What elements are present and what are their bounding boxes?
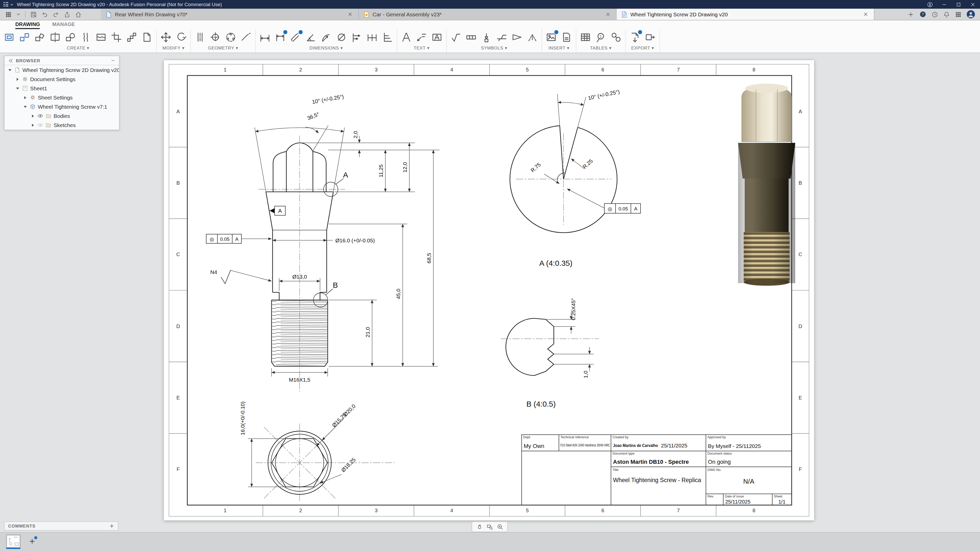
leader-text-icon[interactable] xyxy=(415,31,428,43)
redo-icon[interactable] xyxy=(52,11,59,17)
center-mark-icon[interactable] xyxy=(209,31,221,43)
table-icon[interactable] xyxy=(579,31,592,43)
modify-menu[interactable]: MODIFY▾ xyxy=(162,45,185,51)
job-status-icon[interactable] xyxy=(932,11,938,17)
browser-item-sheet-settings[interactable]: Sheet Settings xyxy=(5,93,119,102)
datum-flag-a[interactable]: A xyxy=(269,206,285,215)
date-of-issue-value[interactable]: 25/11/2025 xyxy=(725,499,751,505)
output-dwg-icon[interactable] xyxy=(644,31,656,43)
output-sheet-icon[interactable] xyxy=(629,31,641,43)
text-icon[interactable] xyxy=(400,31,412,43)
browser-item-sketches[interactable]: Sketches xyxy=(5,121,119,130)
caret-down-icon[interactable] xyxy=(23,104,27,109)
minimize-panel-icon[interactable] xyxy=(111,58,115,63)
sheet1-tab[interactable] xyxy=(6,535,21,549)
share-icon[interactable] xyxy=(64,11,70,17)
dim-chamfer[interactable]: 0.25X45° xyxy=(570,298,576,321)
tab-drawing[interactable]: DRAWING xyxy=(15,21,40,29)
center-mark-pattern-icon[interactable] xyxy=(224,31,237,43)
extensions-grid-icon[interactable] xyxy=(955,11,962,17)
document-tab-rear-wheel-rim[interactable]: Rear Wheel Rim Drawing v70* xyxy=(101,9,359,20)
dim-r-large[interactable]: R.75 xyxy=(530,162,542,173)
dim-head-height[interactable]: 12,0 xyxy=(402,162,408,173)
new-sheet-icon[interactable] xyxy=(141,31,153,43)
close-button[interactable] xyxy=(966,0,980,9)
title-value[interactable]: Wheel Tightening Screw - Replica xyxy=(613,477,701,483)
new-tab-icon[interactable] xyxy=(907,11,914,17)
exploded-view-icon[interactable] xyxy=(126,31,138,43)
browser-item-sheet1[interactable]: Sheet1 xyxy=(5,84,119,93)
eye-visible-icon[interactable] xyxy=(37,113,43,119)
notifications-bell-icon[interactable] xyxy=(943,11,950,17)
insert-dwg-icon[interactable] xyxy=(560,31,573,43)
section-view-icon[interactable] xyxy=(49,31,61,43)
avatar[interactable] xyxy=(967,10,975,18)
chevron-down-icon[interactable] xyxy=(10,2,14,6)
taper-symbol-icon[interactable] xyxy=(511,31,523,43)
close-tab-icon[interactable] xyxy=(605,11,611,18)
dim-shank-length[interactable]: 45,0 xyxy=(395,289,401,299)
dept-value[interactable]: My Own xyxy=(524,443,544,449)
move-view-icon[interactable] xyxy=(160,31,172,43)
radius-dimension-icon[interactable] xyxy=(320,31,332,43)
sheet-value[interactable]: 1/1 xyxy=(778,499,786,505)
dim-dia-seat[interactable]: Ø18,25 xyxy=(340,457,357,473)
home-icon[interactable] xyxy=(75,11,82,17)
dim-shaft-dia[interactable]: Ø16.0 (+0/-0.05) xyxy=(335,238,375,243)
detail-a-title[interactable]: A (4:0.35) xyxy=(539,259,573,267)
dim-thread-spec[interactable]: M16X1,5 xyxy=(289,377,310,383)
balloon-icon[interactable]: 1 xyxy=(595,31,607,43)
dim-neck-dia[interactable]: Ø13,0 xyxy=(292,274,307,279)
browser-item-component[interactable]: Wheel Tightening Screw v7:1 xyxy=(5,102,119,111)
aligned-dimension-icon[interactable] xyxy=(290,31,302,43)
detail-a-gdt[interactable]: ◎ 0.05 A xyxy=(605,203,641,213)
baseline-dimension-icon[interactable] xyxy=(351,31,363,43)
chevron-down-icon[interactable] xyxy=(16,12,21,16)
app-menu-icon[interactable] xyxy=(5,11,12,17)
base-view-icon[interactable] xyxy=(3,31,15,43)
close-tab-icon[interactable] xyxy=(862,11,869,18)
detail-b-title[interactable]: B (4:0.5) xyxy=(526,400,555,408)
maximize-button[interactable] xyxy=(951,0,966,9)
close-tab-icon[interactable] xyxy=(347,11,354,18)
dim-dia-outer[interactable]: Ø20,0 xyxy=(342,403,357,418)
undo-icon[interactable] xyxy=(41,11,48,17)
created-date-value[interactable]: 25/11/2025 xyxy=(661,443,687,448)
insert-menu[interactable]: INSERT▾ xyxy=(549,45,570,51)
caret-right-icon[interactable] xyxy=(30,114,35,118)
approved-by-value[interactable]: By Myself - 25/112025 xyxy=(708,443,761,449)
collapse-panel-icon[interactable] xyxy=(8,58,13,63)
caret-right-icon[interactable] xyxy=(23,95,27,100)
insert-image-icon[interactable] xyxy=(545,31,557,43)
dim-hex-height[interactable]: 11,25 xyxy=(378,165,384,178)
app-grid-icon[interactable] xyxy=(3,2,8,6)
zoom-window-icon[interactable] xyxy=(487,524,493,530)
datum-identifier-icon[interactable] xyxy=(480,31,493,43)
minimize-button[interactable] xyxy=(937,0,951,9)
dim-pitch[interactable]: 1,0 xyxy=(583,371,589,378)
dim-head-chamfer[interactable]: 36,5° xyxy=(306,111,320,121)
feature-control-frame-icon[interactable] xyxy=(465,31,477,43)
created-by-value[interactable]: Joao Martins de Carvalho xyxy=(613,443,658,448)
caret-down-icon[interactable] xyxy=(15,86,20,91)
export-menu[interactable]: EXPORT▾ xyxy=(631,45,654,51)
document-tab-wheel-tightening-screw[interactable]: Wheel Tightening Screw 2D Drawing v20 xyxy=(617,9,874,20)
document-tab-car-assembly[interactable]: Car - General Assembly v23* xyxy=(359,9,617,20)
renumber-balloons-icon[interactable] xyxy=(610,31,622,43)
dim-overall-length[interactable]: 68,5 xyxy=(426,253,432,264)
caret-down-icon[interactable] xyxy=(8,68,12,72)
chain-dimension-icon[interactable] xyxy=(366,31,378,43)
pan-icon[interactable] xyxy=(476,524,483,530)
text-menu[interactable]: TEXT▾ xyxy=(414,45,430,51)
edge-extension-icon[interactable] xyxy=(240,31,252,43)
document-status-value[interactable]: On going xyxy=(708,459,731,465)
gdt-frame[interactable]: ◎ 0.05 A xyxy=(206,234,242,243)
projected-view-icon[interactable] xyxy=(18,31,30,43)
title-block[interactable]: Dept. My Own Technical reference F10 Ste… xyxy=(522,435,792,505)
create-menu[interactable]: CREATE▾ xyxy=(67,45,89,51)
browser-item-document-settings[interactable]: Document Settings xyxy=(5,75,119,84)
detail-a-marker[interactable]: A xyxy=(343,171,348,179)
dimension-icon[interactable] xyxy=(259,31,271,43)
zoom-icon[interactable] xyxy=(496,524,503,530)
dimensions-menu[interactable]: DIMENSIONS▾ xyxy=(309,45,343,51)
